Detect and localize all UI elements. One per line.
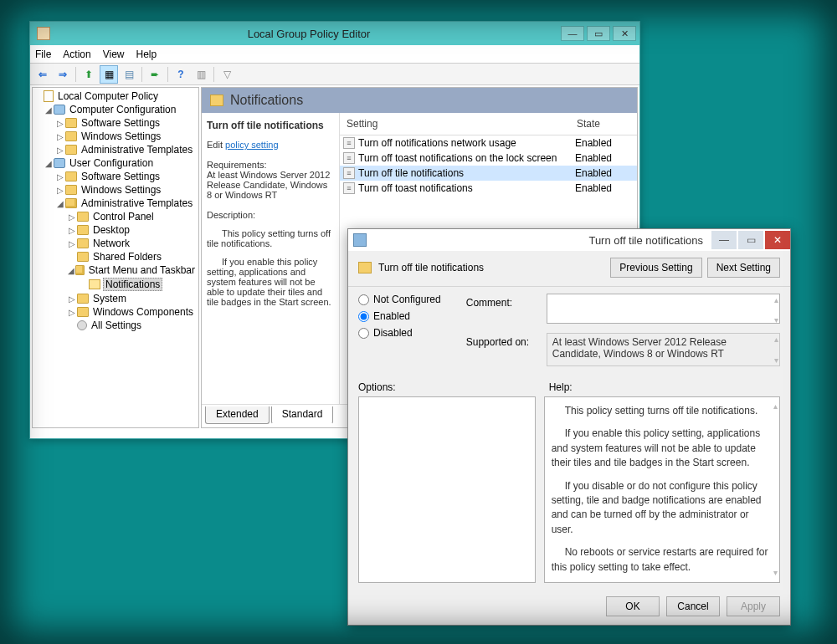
list-item[interactable]: ≡Turn off toast notificationsEnabled: [340, 181, 637, 196]
dialog-title: Turn off tile notifications: [373, 234, 710, 247]
description-column: Turn off tile notifications Edit policy …: [202, 113, 340, 404]
tree-control-panel[interactable]: ▷Control Panel: [33, 210, 198, 223]
dialog-minimize-button[interactable]: —: [711, 231, 737, 249]
dialog-panes: This policy setting turns off tile notif…: [348, 393, 790, 590]
tree-uc-admin[interactable]: ◢Administrative Templates: [33, 197, 198, 210]
menu-action[interactable]: Action: [63, 49, 90, 60]
tree-uc-windows[interactable]: ▷Windows Settings: [33, 183, 198, 197]
options-pane[interactable]: [358, 396, 536, 583]
apply-button[interactable]: Apply: [727, 596, 780, 616]
help-p1: This policy setting turns off tile notif…: [552, 404, 773, 418]
requirements-text: At least Windows Server 2012 Release Can…: [207, 170, 334, 200]
maximize-button[interactable]: ▭: [587, 26, 610, 41]
dialog-close-button[interactable]: ✕: [765, 231, 790, 249]
help-p2: If you enable this policy setting, appli…: [552, 427, 773, 470]
dialog-icon: [353, 233, 367, 247]
details-button[interactable]: ▤: [120, 65, 138, 84]
filter-button[interactable]: ▽: [218, 65, 236, 84]
requirements-label: Requirements:: [207, 160, 334, 170]
policy-icon: ≡: [343, 167, 355, 179]
forward-button[interactable]: ⇒: [54, 65, 72, 84]
tree-desktop[interactable]: ▷Desktop: [33, 223, 198, 237]
state-radio-group: Not Configured Enabled Disabled: [358, 294, 441, 366]
previous-setting-button[interactable]: Previous Setting: [610, 258, 701, 278]
comment-field[interactable]: [547, 294, 780, 324]
next-setting-button[interactable]: Next Setting: [707, 258, 780, 278]
policy-icon: ≡: [343, 182, 355, 194]
help-label: Help:: [549, 381, 573, 393]
tree-system[interactable]: ▷System: [33, 292, 198, 305]
cancel-button[interactable]: Cancel: [666, 596, 720, 616]
tab-extended[interactable]: Extended: [205, 406, 270, 424]
tree-notifications[interactable]: Notifications: [33, 277, 198, 292]
policy-icon: [358, 262, 372, 273]
show-hide-tree-button[interactable]: ▦: [100, 65, 118, 84]
tree-cc-admin[interactable]: ▷Administrative Templates: [33, 143, 198, 156]
supported-on-label: Supported on:: [466, 333, 542, 348]
ok-button[interactable]: OK: [606, 596, 660, 616]
close-button[interactable]: ✕: [613, 26, 636, 41]
description-p1: This policy setting turns off tile notif…: [207, 228, 334, 248]
detail-header-title: Notifications: [230, 93, 303, 108]
dialog-upper-section: Not Configured Enabled Disabled Comment:…: [348, 287, 790, 378]
tree-windows-components[interactable]: ▷Windows Components: [33, 305, 198, 319]
back-button[interactable]: ⇐: [33, 65, 52, 84]
policy-dialog: Turn off tile notifications — ▭ ✕ Turn o…: [347, 228, 791, 626]
window-title: Local Group Policy Editor: [57, 28, 561, 40]
minimize-button[interactable]: —: [561, 26, 584, 41]
list-item[interactable]: ≡Turn off toast notifications on the loc…: [340, 151, 637, 166]
supported-on-text: At least Windows Server 2012 Release Can…: [547, 333, 780, 366]
tree-uc-software[interactable]: ▷Software Settings: [33, 170, 198, 183]
col-header-setting[interactable]: Setting: [340, 113, 570, 135]
help-p3: If you disable or do not configure this …: [552, 479, 773, 538]
folder-icon: [210, 95, 223, 106]
policy-title: Turn off tile notifications: [207, 120, 334, 131]
options-label: Options:: [358, 381, 536, 393]
titlebar[interactable]: Local Group Policy Editor — ▭ ✕: [30, 22, 639, 45]
policy-icon: ≡: [343, 137, 355, 149]
help-pane[interactable]: This policy setting turns off tile notif…: [544, 396, 780, 583]
help-button[interactable]: ?: [172, 65, 190, 84]
tree-user-configuration[interactable]: ◢User Configuration: [33, 156, 198, 170]
menubar: File Action View Help: [30, 45, 639, 64]
detail-header: Notifications: [202, 88, 637, 113]
list-item[interactable]: ≡Turn off notifications network usageEna…: [340, 135, 637, 151]
tree-cc-software[interactable]: ▷Software Settings: [33, 116, 198, 130]
dialog-maximize-button[interactable]: ▭: [738, 231, 763, 249]
dialog-policy-name: Turn off tile notifications: [378, 262, 484, 273]
menu-view[interactable]: View: [103, 49, 125, 60]
export-button[interactable]: ➨: [146, 65, 164, 84]
tree-network[interactable]: ▷Network: [33, 237, 198, 250]
edit-prefix: Edit: [207, 140, 225, 150]
list-item[interactable]: ≡Turn off tile notificationsEnabled: [340, 166, 637, 181]
menu-help[interactable]: Help: [136, 49, 157, 60]
col-header-state[interactable]: State: [570, 113, 637, 135]
tree-pane[interactable]: Local Computer Policy ◢Computer Configur…: [32, 87, 199, 428]
comment-label: Comment:: [466, 294, 542, 309]
tree-shared-folders[interactable]: Shared Folders: [33, 250, 198, 263]
tree-cc-windows[interactable]: ▷Windows Settings: [33, 130, 198, 143]
description-label: Description:: [207, 210, 334, 220]
dialog-header-strip: Turn off tile notifications Previous Set…: [348, 251, 790, 287]
radio-not-configured[interactable]: Not Configured: [358, 294, 441, 305]
up-button[interactable]: ⬆: [80, 65, 98, 84]
edit-policy-link[interactable]: policy setting: [225, 140, 279, 150]
dialog-buttons: OK Cancel Apply: [348, 590, 790, 625]
description-p2: If you enable this policy setting, appli…: [207, 257, 334, 307]
tree-root[interactable]: Local Computer Policy: [33, 89, 198, 103]
tab-standard[interactable]: Standard: [271, 406, 334, 424]
help-p4: No reboots or service restarts are requi…: [552, 545, 773, 575]
radio-enabled[interactable]: Enabled: [358, 310, 441, 322]
app-icon: [37, 27, 50, 40]
menu-file[interactable]: File: [35, 49, 51, 60]
tree-computer-configuration[interactable]: ◢Computer Configuration: [33, 103, 198, 116]
tree-all-settings[interactable]: All Settings: [33, 319, 198, 332]
properties-button[interactable]: ▥: [192, 65, 210, 84]
policy-icon: ≡: [343, 152, 355, 164]
dialog-titlebar[interactable]: Turn off tile notifications — ▭ ✕: [348, 229, 790, 251]
radio-disabled[interactable]: Disabled: [358, 327, 441, 339]
tree-start-menu-taskbar[interactable]: ◢Start Menu and Taskbar: [33, 263, 198, 277]
toolbar: ⇐ ⇒ ⬆ ▦ ▤ ➨ ? ▥ ▽: [30, 64, 639, 85]
